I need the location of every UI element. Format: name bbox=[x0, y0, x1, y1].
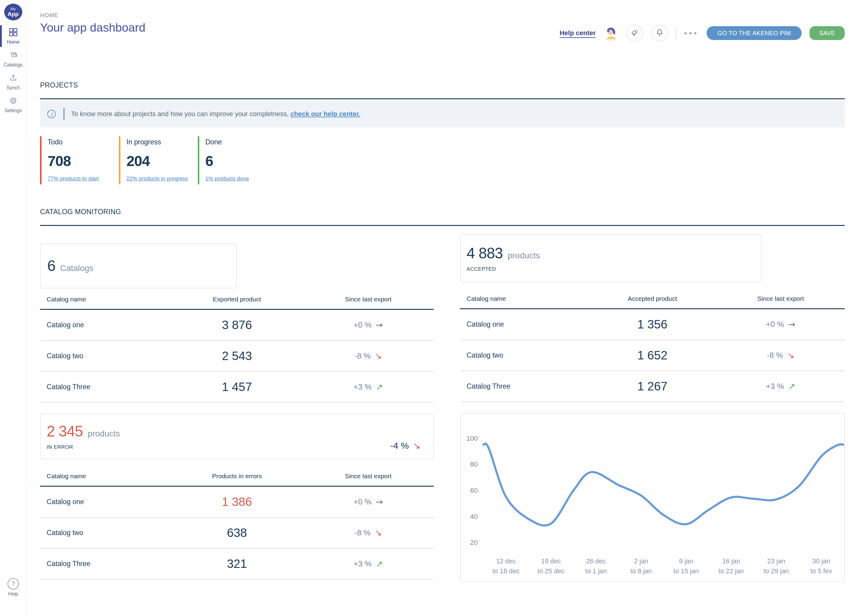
sidebar: My App Home Catalogs bbox=[0, 0, 27, 616]
stat-value: 6 bbox=[205, 153, 277, 169]
banner-help-link[interactable]: check our help center. bbox=[290, 110, 360, 118]
trend-arrow-icon: ↗ bbox=[376, 560, 383, 568]
catalog-name: Catalog two bbox=[40, 352, 171, 360]
monitoring-right-column: 4 883 products ACCEPTED Catalog name Acc… bbox=[460, 226, 845, 581]
catalog-name: Catalog two bbox=[460, 351, 588, 360]
notifications-button[interactable] bbox=[651, 25, 668, 41]
app-logo[interactable]: My App bbox=[4, 4, 22, 20]
svg-text:to 29 jan: to 29 jan bbox=[763, 567, 789, 575]
products-line-chart: 2040608010012 decto 18 dec19 decto 25 de… bbox=[460, 413, 844, 581]
catalog-delta: +0 % → bbox=[303, 321, 434, 330]
sidebar-item-synch[interactable]: Synch bbox=[0, 71, 26, 93]
info-icon: i bbox=[47, 110, 56, 118]
catalog-value: 1 652 bbox=[588, 349, 716, 362]
trend-arrow-icon: ↗ bbox=[788, 382, 795, 391]
svg-text:26 dec: 26 dec bbox=[586, 557, 606, 565]
col-header-catalog-name: Catalog name bbox=[40, 473, 171, 480]
megaphone-icon bbox=[631, 28, 639, 38]
catalog-delta: +3 % ↗ bbox=[303, 559, 434, 569]
svg-text:to 15 jan: to 15 jan bbox=[673, 567, 699, 575]
error-products-unit: products bbox=[88, 429, 120, 438]
stat-link[interactable]: 22% products in progress bbox=[126, 176, 198, 184]
catalog-name: Catalog Three bbox=[40, 383, 171, 391]
catalogs-icon bbox=[9, 50, 18, 61]
catalogs-count: 6 bbox=[47, 257, 55, 275]
projects-stats: Todo 708 77% products to start In progre… bbox=[40, 136, 845, 184]
col-header-accepted-product: Accepted product bbox=[588, 295, 716, 302]
error-status-label: IN ERROR bbox=[47, 444, 433, 450]
trend-arrow-icon: ↘ bbox=[413, 441, 421, 450]
sidebar-item-catalogs[interactable]: Catalogs bbox=[0, 47, 26, 71]
sidebar-item-home[interactable]: Home bbox=[0, 25, 26, 47]
more-menu-button[interactable]: ••• bbox=[684, 28, 699, 38]
svg-text:9 jan: 9 jan bbox=[679, 557, 693, 565]
save-button[interactable]: SAVE bbox=[810, 26, 845, 40]
home-icon bbox=[9, 28, 18, 38]
trend-arrow-icon: ↗ bbox=[376, 383, 383, 391]
sidebar-item-help[interactable]: ? Help bbox=[8, 578, 19, 597]
go-to-pim-button[interactable]: GO TO THE AKENEO PIM bbox=[706, 26, 802, 40]
help-center-link[interactable]: Help center bbox=[560, 29, 596, 37]
stat-value: 204 bbox=[126, 153, 198, 169]
sidebar-help-label: Help bbox=[8, 591, 18, 597]
table-row: Catalog two 2 543 -8 % ↘ bbox=[40, 341, 434, 372]
col-header-since-last-export: Since last export bbox=[716, 295, 845, 302]
catalogs-count-unit: Catalogs bbox=[60, 264, 94, 273]
sidebar-item-label: Home bbox=[6, 39, 20, 45]
accepted-products-count: 4 883 bbox=[467, 245, 503, 262]
trend-arrow-icon: → bbox=[376, 321, 383, 329]
error-delta: -4 % ↘ bbox=[390, 441, 421, 451]
stat-value: 708 bbox=[47, 153, 119, 169]
svg-text:to 22 jan: to 22 jan bbox=[719, 567, 744, 575]
accepted-status-label: ACCEPTED bbox=[467, 266, 761, 272]
catalog-value: 3 876 bbox=[171, 318, 303, 332]
catalog-monitoring-section: CATALOG MONITORING 6 Catalogs Catalog na… bbox=[40, 208, 845, 581]
trend-arrow-icon: ↘ bbox=[375, 352, 382, 360]
table-row: Catalog two 1 652 -8 % ↘ bbox=[460, 340, 845, 371]
svg-text:40: 40 bbox=[470, 512, 478, 520]
svg-text:12 dec: 12 dec bbox=[496, 557, 516, 565]
svg-text:2 jan: 2 jan bbox=[634, 557, 648, 565]
svg-text:to 18 dec: to 18 dec bbox=[492, 567, 520, 575]
accepted-products-unit: products bbox=[508, 251, 540, 261]
trend-arrow-icon: → bbox=[376, 498, 383, 506]
sidebar-item-label: Synch bbox=[6, 85, 20, 91]
svg-text:to 5 fev: to 5 fev bbox=[810, 567, 832, 575]
col-header-exported-product: Exported product bbox=[171, 295, 303, 303]
products-line-chart-card: 2040608010012 decto 18 dec19 decto 25 de… bbox=[460, 413, 845, 581]
sidebar-item-label: Settings bbox=[5, 108, 22, 113]
catalog-value: 638 bbox=[171, 526, 303, 540]
catalog-delta: -8 % ↘ bbox=[716, 351, 845, 360]
svg-text:30 jan: 30 jan bbox=[812, 557, 830, 565]
topbar: HOME Your app dashboard Help center bbox=[40, 0, 845, 34]
svg-text:16 jan: 16 jan bbox=[722, 557, 740, 565]
stat-label: In progress bbox=[126, 136, 198, 146]
exported-products-table: Catalog name Exported product Since last… bbox=[40, 291, 434, 403]
svg-text:to 25 dec: to 25 dec bbox=[538, 567, 564, 575]
col-header-since-last-export: Since last export bbox=[303, 295, 434, 303]
table-row: Catalog Three 1 457 +3 % ↗ bbox=[40, 372, 434, 403]
sidebar-item-settings[interactable]: Settings bbox=[0, 93, 26, 116]
announcements-button[interactable] bbox=[626, 25, 643, 41]
stat-todo: Todo 708 77% products to start bbox=[40, 136, 119, 184]
help-icon: ? bbox=[8, 578, 19, 589]
catalog-delta: -8 % ↘ bbox=[303, 528, 434, 537]
catalogs-count-card: 6 Catalogs bbox=[40, 244, 236, 288]
table-row: Catalog one 3 876 +0 % → bbox=[40, 310, 434, 341]
stat-in-progress: In progress 204 22% products in progress bbox=[119, 136, 198, 184]
main-content: HOME Your app dashboard Help center bbox=[27, 0, 867, 581]
stat-link[interactable]: 77% products to start bbox=[47, 176, 119, 184]
catalog-value: 321 bbox=[171, 557, 303, 570]
avatar[interactable] bbox=[604, 25, 619, 41]
catalog-name: Catalog two bbox=[40, 529, 171, 537]
catalog-name: Catalog Three bbox=[460, 382, 588, 390]
col-header-catalog-name: Catalog name bbox=[40, 295, 171, 303]
table-row: Catalog Three 321 +3 % ↗ bbox=[40, 548, 434, 580]
svg-text:20: 20 bbox=[470, 538, 478, 546]
svg-text:100: 100 bbox=[466, 434, 478, 442]
stat-link[interactable]: 1% products done bbox=[205, 176, 277, 184]
stat-done: Done 6 1% products done bbox=[198, 136, 277, 184]
col-header-products-in-errors: Products in errors bbox=[171, 473, 303, 480]
stat-label: Done bbox=[205, 136, 277, 146]
catalog-delta: +3 % ↗ bbox=[303, 382, 434, 391]
